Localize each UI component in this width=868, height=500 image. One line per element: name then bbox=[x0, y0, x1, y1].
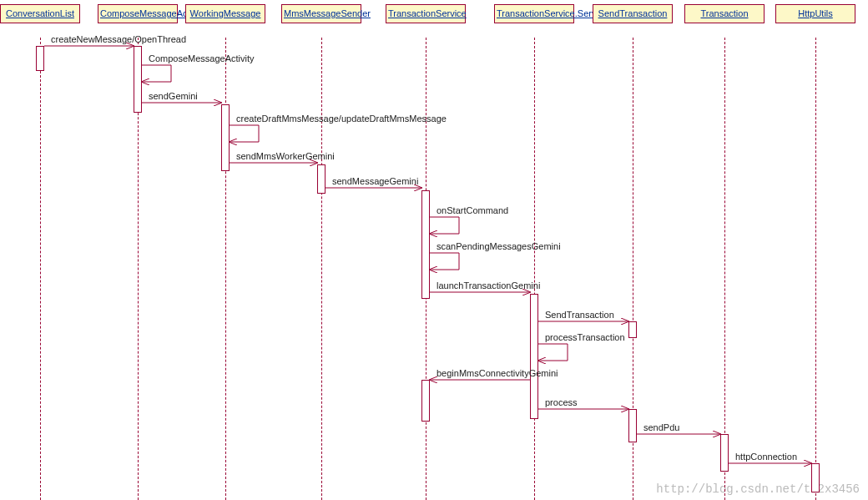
message-label: createDraftMmsMessage/updateDraftMmsMess… bbox=[236, 114, 447, 124]
message-label: onStartCommand bbox=[437, 205, 508, 215]
message-label: beginMmsConnectivityGemini bbox=[437, 368, 558, 378]
activation bbox=[628, 409, 637, 442]
message-label: ComposeMessageActivity bbox=[149, 53, 255, 63]
message-label: processTransaction bbox=[545, 332, 625, 342]
message-label: process bbox=[545, 397, 578, 407]
watermark: http://blog.csdn.net/t12x3456 bbox=[656, 482, 860, 496]
lifeline-p8 bbox=[815, 38, 816, 500]
participant-p3: MmsMessageSender bbox=[281, 4, 361, 23]
activation bbox=[317, 164, 326, 194]
participant-p2: WorkingMessage bbox=[185, 4, 265, 23]
participant-p1: ComposeMessageActivity bbox=[98, 4, 178, 23]
message-label: sendPdu bbox=[643, 422, 679, 432]
activation bbox=[221, 104, 230, 171]
message-label: scanPendingMessagesGemini bbox=[437, 241, 561, 251]
activation bbox=[628, 321, 637, 338]
message-label: launchTransactionGemini bbox=[437, 280, 540, 290]
participant-p7: Transaction bbox=[684, 4, 765, 23]
activation bbox=[421, 190, 430, 299]
activation bbox=[134, 46, 142, 113]
message-label: sendMessageGemini bbox=[332, 176, 418, 186]
message-label: sendMmsWorkerGemini bbox=[236, 151, 335, 161]
activation bbox=[720, 434, 729, 472]
message-label: httpConnection bbox=[735, 452, 797, 462]
message-label: SendTransaction bbox=[545, 310, 614, 320]
lifeline-p0 bbox=[40, 38, 41, 500]
activation bbox=[530, 294, 538, 419]
message-label: createNewMessage/OpenThread bbox=[51, 34, 186, 44]
participant-p8: HttpUtils bbox=[775, 4, 855, 23]
participant-p5: TransactionService.ServiceHandler bbox=[494, 4, 574, 23]
participant-p4: TransactionService bbox=[386, 4, 466, 23]
activation bbox=[421, 380, 430, 422]
lifeline-p5 bbox=[534, 38, 535, 500]
activation bbox=[811, 463, 820, 492]
participant-p0: ConversationList bbox=[0, 4, 80, 23]
lifeline-p3 bbox=[321, 38, 322, 500]
activation bbox=[36, 46, 44, 71]
message-label: sendGemini bbox=[149, 91, 198, 101]
lifeline-p7 bbox=[724, 38, 725, 500]
participant-p6: SendTransaction bbox=[593, 4, 673, 23]
